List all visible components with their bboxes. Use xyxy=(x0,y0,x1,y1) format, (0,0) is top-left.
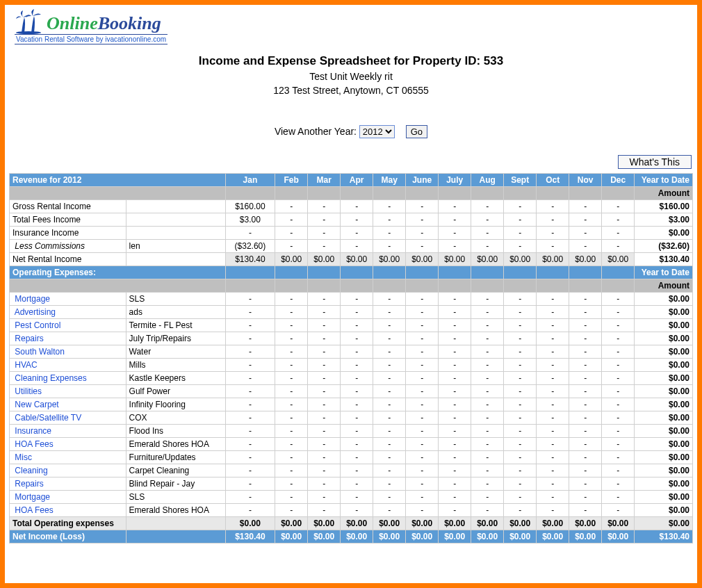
table-row: HVACMills------------$0.00 xyxy=(10,359,693,372)
row-sublabel: Gulf Power xyxy=(126,385,225,398)
row-sublabel xyxy=(126,227,225,240)
spreadsheet-table: Revenue for 2012JanFebMarAprMayJuneJulyA… xyxy=(9,173,693,544)
row-sublabel: Flood Ins xyxy=(126,425,225,438)
year-select[interactable]: 2012 xyxy=(359,125,395,138)
expense-link[interactable]: Utilities xyxy=(10,385,126,398)
row-label: Gross Rental Income xyxy=(10,200,126,213)
expense-link[interactable]: HOA Fees xyxy=(10,438,126,451)
page-title: Income and Expense Spreadsheet for Prope… xyxy=(9,54,693,68)
row-label: Insurance Income xyxy=(10,227,126,240)
svg-point-0 xyxy=(16,31,41,34)
row-sublabel: Mills xyxy=(126,359,225,372)
table-row: Cleaning ExpensesKastle Keepers---------… xyxy=(10,372,693,385)
table-row: Advertisingads------------$0.00 xyxy=(10,306,693,319)
expense-link[interactable]: South Walton xyxy=(10,345,126,359)
row-sublabel: Termite - FL Pest xyxy=(126,319,225,332)
total-expenses-row: Total Operating expenses$0.00$0.00$0.00$… xyxy=(10,517,693,530)
table-row: Insurance Income------------$0.00 xyxy=(10,227,693,240)
table-row: New CarpetInfinity Flooring------------$… xyxy=(10,398,693,411)
table-row: HOA FeesEmerald Shores HOA------------$0… xyxy=(10,504,693,517)
table-row: MortgageSLS------------$0.00 xyxy=(10,491,693,504)
unit-name: Test Unit Weekly rit xyxy=(9,71,693,82)
amount-header-row: Amount xyxy=(10,187,693,200)
brand-booking: Booking xyxy=(98,13,161,33)
table-row: CleaningCarpet Cleaning------------$0.00 xyxy=(10,464,693,477)
table-row: RepairsBlind Repair - Jay------------$0.… xyxy=(10,477,693,491)
logo-tagline: Vacation Rental Software by ivacationonl… xyxy=(15,34,168,44)
expense-link[interactable]: Cleaning Expenses xyxy=(10,372,126,385)
expense-link[interactable]: HOA Fees xyxy=(10,504,126,517)
table-row: MiscFurniture/Updates------------$0.00 xyxy=(10,451,693,464)
row-sublabel: SLS xyxy=(126,293,225,306)
table-row: MortgageSLS------------$0.00 xyxy=(10,293,693,306)
expense-link[interactable]: Repairs xyxy=(10,332,126,345)
table-row: Pest ControlTermite - FL Pest-----------… xyxy=(10,319,693,332)
row-sublabel: Carpet Cleaning xyxy=(126,464,225,477)
row-sublabel: July Trip/Repairs xyxy=(126,332,225,345)
table-row: Less Commissionslen($32.60)-----------($… xyxy=(10,240,693,253)
expense-link[interactable]: New Carpet xyxy=(10,398,126,411)
expense-link[interactable]: Mortgage xyxy=(10,491,126,504)
row-sublabel: Water xyxy=(126,345,225,359)
row-sublabel: Blind Repair - Jay xyxy=(126,477,225,491)
expense-link[interactable]: Pest Control xyxy=(10,319,126,332)
address: 123 Test Street, Anytown, CT 06555 xyxy=(9,85,693,96)
row-label: Total Fees Income xyxy=(10,213,126,227)
view-year-label: View Another Year: xyxy=(275,126,357,137)
row-sublabel: len xyxy=(126,240,225,253)
row-sublabel: SLS xyxy=(126,491,225,504)
expense-link[interactable]: Cable/Satellite TV xyxy=(10,411,126,425)
row-sublabel: Furniture/Updates xyxy=(126,451,225,464)
expense-link[interactable]: Mortgage xyxy=(10,293,126,306)
expense-link[interactable]: Cleaning xyxy=(10,464,126,477)
table-row: RepairsJuly Trip/Repairs------------$0.0… xyxy=(10,332,693,345)
table-row: South WaltonWater------------$0.00 xyxy=(10,345,693,359)
row-sublabel: Kastle Keepers xyxy=(126,372,225,385)
expense-link[interactable]: HVAC xyxy=(10,359,126,372)
palm-tree-icon xyxy=(15,9,42,34)
go-button[interactable]: Go xyxy=(406,125,427,138)
table-row: Total Fees Income$3.00-----------$3.00 xyxy=(10,213,693,227)
row-sublabel xyxy=(126,213,225,227)
net-rental-row: Net Rental Income$130.40$0.00$0.00$0.00$… xyxy=(10,253,693,266)
net-income-row: Net Income (Loss)$130.40$0.00$0.00$0.00$… xyxy=(10,530,693,544)
whats-this-button[interactable]: What's This xyxy=(618,155,692,169)
table-row: InsuranceFlood Ins------------$0.00 xyxy=(10,425,693,438)
expenses-header-row: Operating Expenses:Year to Date xyxy=(10,266,693,279)
row-sublabel: Emerald Shores HOA xyxy=(126,504,225,517)
brand-online: Online xyxy=(47,13,98,33)
expense-link[interactable]: Advertising xyxy=(10,306,126,319)
row-sublabel xyxy=(126,200,225,213)
table-row: UtilitiesGulf Power------------$0.00 xyxy=(10,385,693,398)
row-label: Less Commissions xyxy=(10,240,126,253)
row-sublabel: COX xyxy=(126,411,225,425)
revenue-header-row: Revenue for 2012JanFebMarAprMayJuneJulyA… xyxy=(10,174,693,187)
table-row: Cable/Satellite TVCOX------------$0.00 xyxy=(10,411,693,425)
expense-link[interactable]: Misc xyxy=(10,451,126,464)
row-sublabel: ads xyxy=(126,306,225,319)
expense-link[interactable]: Insurance xyxy=(10,425,126,438)
expenses-amount-row: Amount xyxy=(10,279,693,293)
table-row: HOA FeesEmerald Shores HOA------------$0… xyxy=(10,438,693,451)
row-sublabel: Emerald Shores HOA xyxy=(126,438,225,451)
expense-link[interactable]: Repairs xyxy=(10,477,126,491)
logo: OnlineBooking Vacation Rental Software b… xyxy=(9,8,693,44)
row-sublabel: Infinity Flooring xyxy=(126,398,225,411)
table-row: Gross Rental Income$160.00-----------$16… xyxy=(10,200,693,213)
